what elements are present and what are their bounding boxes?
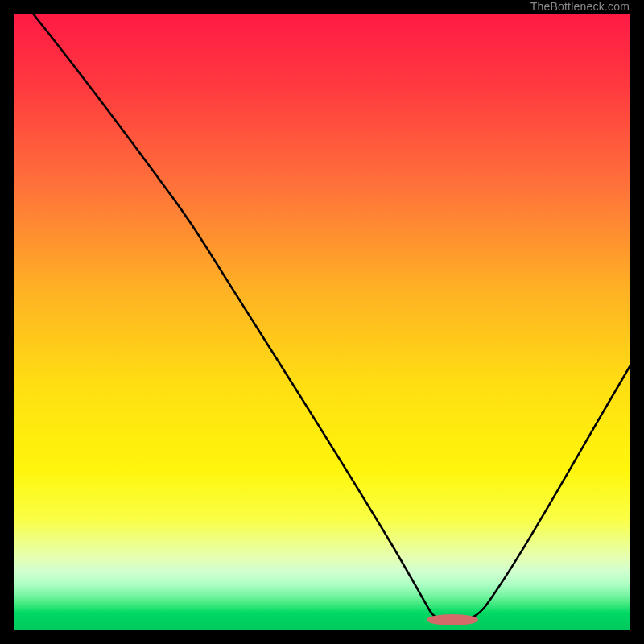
plot-area (14, 14, 630, 630)
optimum-marker (427, 614, 478, 625)
bottleneck-curve-chart (14, 14, 630, 630)
gradient-background (14, 14, 630, 630)
attribution-label: TheBottleneck.com (530, 0, 630, 14)
chart-frame: TheBottleneck.com (0, 0, 644, 644)
